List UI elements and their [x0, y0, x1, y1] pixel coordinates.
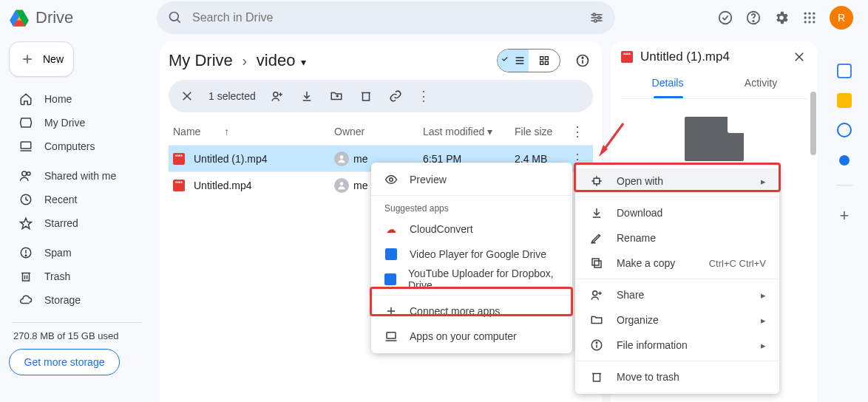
svg-point-18 [813, 13, 815, 15]
menu-label: CloudConvert [410, 223, 473, 235]
home-icon [18, 91, 34, 107]
menu-divider [575, 197, 779, 197]
svg-point-13 [719, 12, 732, 24]
menu-app-video-player[interactable]: Video Player for Google Drive [371, 242, 572, 267]
menu-share[interactable]: Share ▸ [575, 282, 779, 307]
delete-icon[interactable] [358, 88, 374, 104]
keep-addon-icon[interactable] [837, 93, 852, 108]
get-more-storage-button[interactable]: Get more storage [9, 349, 120, 375]
search-input[interactable] [192, 11, 580, 24]
menu-label: Share [617, 289, 644, 301]
menu-app-youtube-uploader[interactable]: YouTube Uploader for Dropbox, Drive [371, 267, 572, 292]
new-button[interactable]: New [9, 41, 74, 77]
search-bar[interactable] [157, 1, 615, 34]
svg-rect-45 [545, 61, 548, 64]
owner-avatar-icon [334, 178, 349, 193]
col-name[interactable]: Name↑ [173, 126, 334, 137]
menu-app-cloudconvert[interactable]: ☁ CloudConvert [371, 217, 572, 242]
scrollbar-thumb[interactable] [810, 92, 816, 155]
nav-computers[interactable]: Computers [9, 134, 145, 158]
col-owner[interactable]: Owner [334, 126, 423, 137]
menu-make-copy[interactable]: Make a copy Ctrl+C Ctrl+V [575, 251, 779, 276]
nav-shared[interactable]: Shared with me [9, 164, 145, 188]
logo-area[interactable]: Drive [9, 7, 157, 28]
nav-my-drive[interactable]: My Drive [9, 111, 145, 134]
menu-label: YouTube Uploader for Dropbox, Drive [408, 268, 559, 291]
computer-icon [18, 138, 34, 154]
nav-label: Shared with me [44, 170, 116, 182]
svg-line-77 [603, 123, 623, 151]
star-icon [18, 215, 34, 231]
breadcrumb-folder[interactable]: video ▾ [257, 51, 306, 70]
link-icon[interactable] [387, 88, 404, 104]
menu-label: Connect more apps [410, 305, 500, 317]
apps-grid-icon[interactable] [801, 10, 818, 26]
download-icon[interactable] [299, 88, 315, 104]
svg-point-51 [274, 92, 278, 97]
side-panel: + [827, 41, 862, 402]
nav-label: Starred [44, 217, 78, 229]
svg-point-57 [340, 182, 344, 185]
menu-move-trash[interactable]: Move to trash [575, 364, 779, 389]
view-details-icon[interactable] [572, 50, 593, 71]
menu-download[interactable]: Download [575, 200, 779, 225]
list-view-button[interactable] [498, 50, 529, 72]
tab-activity[interactable]: Activity [714, 77, 807, 96]
menu-connect-apps[interactable]: Connect more apps [371, 299, 572, 324]
annotation-arrow [597, 120, 627, 157]
calendar-addon-icon[interactable] [837, 64, 852, 78]
columns-menu-icon[interactable]: ⋮ [566, 123, 589, 140]
svg-marker-33 [21, 218, 32, 228]
owner-avatar-icon [334, 151, 349, 166]
tab-details[interactable]: Details [621, 77, 714, 96]
grid-view-button[interactable] [529, 50, 560, 72]
sidebar-divider [12, 322, 142, 323]
contacts-addon-icon[interactable] [839, 155, 850, 166]
svg-point-16 [804, 13, 807, 15]
menu-rename[interactable]: Rename [575, 225, 779, 251]
help-icon[interactable] [745, 10, 762, 26]
offline-ready-icon[interactable] [717, 10, 733, 26]
people-icon [18, 168, 34, 184]
view-toggle[interactable] [497, 49, 560, 72]
breadcrumb-root[interactable]: My Drive [169, 51, 233, 70]
share-icon[interactable] [269, 88, 285, 104]
rail-divider [836, 185, 852, 185]
folder-icon [589, 312, 605, 328]
menu-apps-computer[interactable]: Apps on your computer [371, 324, 572, 349]
nav-starred[interactable]: Starred [9, 211, 145, 235]
close-selection-icon[interactable] [179, 88, 195, 104]
svg-rect-63 [387, 333, 396, 338]
svg-rect-28 [21, 142, 31, 149]
nav-recent[interactable]: Recent [9, 188, 145, 211]
nav-spam[interactable]: Spam [9, 241, 145, 265]
svg-point-19 [804, 16, 807, 18]
menu-divider [371, 195, 572, 196]
menu-file-info[interactable]: File information ▸ [575, 333, 779, 358]
menu-preview[interactable]: Preview [371, 167, 572, 192]
col-modified[interactable]: Last modified ▾ [423, 126, 515, 137]
file-owner: me [353, 153, 367, 165]
menu-organize[interactable]: Organize ▸ [575, 307, 779, 333]
svg-rect-44 [540, 61, 543, 64]
more-actions-icon[interactable]: ⋮ [417, 88, 430, 104]
menu-label: Preview [410, 174, 447, 185]
tasks-addon-icon[interactable] [837, 123, 852, 137]
nav-home[interactable]: Home [9, 87, 145, 111]
pencil-icon [589, 230, 605, 246]
settings-icon[interactable] [773, 10, 790, 26]
col-size[interactable]: File size [515, 126, 566, 137]
get-addons-icon[interactable]: + [840, 206, 850, 225]
top-bar: Drive R [0, 0, 868, 35]
search-options-icon[interactable] [589, 10, 605, 26]
close-icon[interactable] [791, 49, 807, 65]
svg-point-48 [582, 57, 583, 58]
nav-trash[interactable]: Trash [9, 265, 145, 288]
nav-storage[interactable]: Storage [9, 288, 145, 312]
svg-point-12 [594, 20, 597, 22]
move-icon[interactable] [328, 88, 345, 104]
menu-open-with[interactable]: Open with ▸ [575, 168, 779, 194]
account-avatar[interactable]: R [830, 6, 853, 30]
menu-shortcut: Ctrl+C Ctrl+V [709, 258, 766, 269]
menu-label: Open with [617, 175, 663, 187]
